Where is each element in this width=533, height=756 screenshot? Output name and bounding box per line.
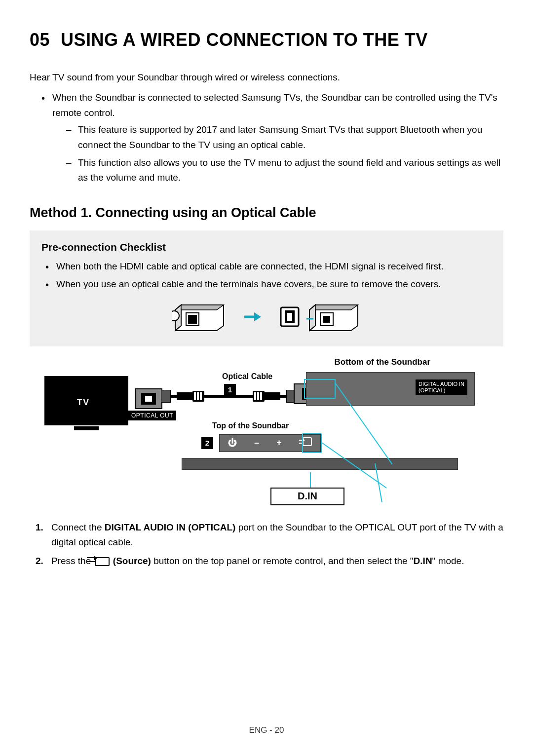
step-2: 2. Press the (Source) button on the top … [36, 554, 503, 568]
din-label-line2: (OPTICAL) [419, 387, 445, 393]
checklist-box: Pre-connection Checklist When both the H… [30, 230, 503, 346]
optical-out-label: OPTICAL OUT [128, 411, 176, 420]
step-1: 1. Connect the DIGITAL AUDIO IN (OPTICAL… [36, 520, 503, 550]
soundbar-top-panel: ⏻ – + [219, 434, 321, 452]
source-icon [95, 557, 110, 566]
svg-marker-2 [181, 305, 224, 310]
digital-audio-in-label: DIGITAL AUDIO IN (OPTICAL) [416, 379, 467, 395]
source-button-icon [299, 437, 312, 449]
svg-marker-7 [254, 312, 261, 321]
step-2-bold-source: (Source) [113, 556, 151, 566]
cap-icon [279, 305, 301, 328]
section-title: 05USING A WIRED CONNECTION TO THE TV [30, 30, 503, 50]
port-open-with-cap-icon [279, 301, 361, 333]
svg-rect-23 [303, 438, 311, 446]
callout-line [310, 472, 311, 488]
svg-marker-13 [315, 305, 358, 310]
cable-connector-left [177, 392, 192, 400]
top-of-soundbar-label: Top of the Soundbar [212, 421, 289, 430]
step-2-text-e: " mode. [432, 556, 464, 566]
volume-minus-icon: – [254, 438, 259, 448]
port-open-icon [306, 301, 361, 333]
intro-bullets: When the Soundbar is connected to select… [30, 90, 503, 185]
sub-dash-1: This feature is supported by 2017 and la… [66, 122, 503, 152]
checklist-item-1: When both the HDMI cable and optical cab… [45, 259, 492, 274]
cable-plug-left [161, 390, 171, 403]
step-2-text-c: button on the top panel or remote contro… [151, 556, 414, 566]
page-footer: ENG - 20 [0, 725, 533, 735]
tv-label: TV [77, 398, 90, 408]
svg-rect-4 [188, 315, 197, 324]
step-2-number: 2. [36, 554, 43, 568]
method-heading: Method 1. Connecting using an Optical Ca… [30, 205, 503, 221]
checklist-item-2: When you use an optical cable and the te… [45, 277, 492, 292]
cable-connector-right [265, 392, 280, 400]
soundbar-front-strip [182, 458, 458, 470]
cover-removal-diagram [41, 301, 492, 333]
din-display: D.IN [270, 488, 344, 505]
step-1-text-a: Connect the [51, 522, 105, 532]
step-badge-1: 1 [224, 384, 236, 396]
svg-rect-19 [145, 396, 152, 402]
step-1-bold: DIGITAL AUDIO IN (OPTICAL) [105, 522, 236, 532]
section-title-text: USING A WIRED CONNECTION TO THE TV [61, 30, 428, 50]
arrow-right-icon [244, 312, 261, 322]
tv-optical-port-icon [134, 388, 163, 410]
intro-sub-dashes: This feature is supported by 2017 and la… [52, 122, 503, 186]
cable-grip-left [192, 391, 204, 402]
step-1-number: 1. [36, 520, 43, 535]
power-icon: ⏻ [228, 438, 237, 448]
connection-diagram: Bottom of the Soundbar Optical Cable TV … [30, 357, 503, 510]
svg-rect-10 [287, 313, 292, 321]
step-list: 1. Connect the DIGITAL AUDIO IN (OPTICAL… [30, 520, 503, 569]
optical-cable-label: Optical Cable [222, 372, 272, 381]
intro-paragraph: Hear TV sound from your Soundbar through… [30, 70, 503, 84]
checklist-title: Pre-connection Checklist [41, 241, 492, 253]
soundbar-bottom-panel: DIGITAL AUDIO IN (OPTICAL) [306, 372, 475, 406]
port-with-cover-icon [172, 301, 227, 333]
cable-grip-right [253, 391, 265, 402]
intro-bullet-1: When the Soundbar is connected to select… [41, 90, 503, 185]
svg-rect-15 [323, 316, 330, 323]
din-label-line1: DIGITAL AUDIO IN [419, 381, 464, 387]
svg-point-6 [172, 311, 179, 321]
step-badge-2: 2 [201, 437, 213, 449]
section-number: 05 [30, 30, 50, 50]
bottom-of-soundbar-label: Bottom of the Soundbar [334, 357, 430, 367]
step-2-bold-din: D.IN [414, 556, 432, 566]
svg-marker-12 [309, 305, 315, 331]
intro-bullet-1-text: When the Soundbar is connected to select… [52, 92, 497, 117]
volume-plus-icon: + [276, 438, 282, 448]
checklist-items: When both the HDMI cable and optical cab… [41, 259, 492, 292]
sub-dash-2: This function also allows you to use the… [66, 155, 503, 186]
